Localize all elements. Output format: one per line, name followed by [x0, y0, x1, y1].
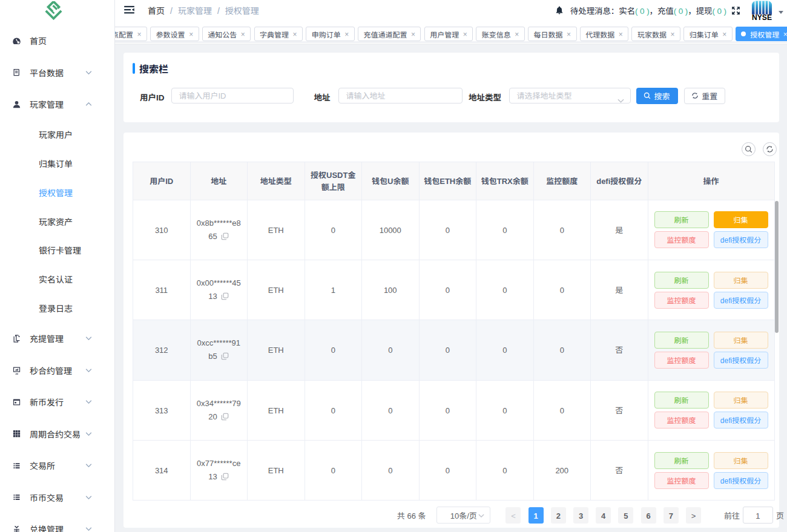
- svg-text:NYSE: NYSE: [752, 13, 772, 21]
